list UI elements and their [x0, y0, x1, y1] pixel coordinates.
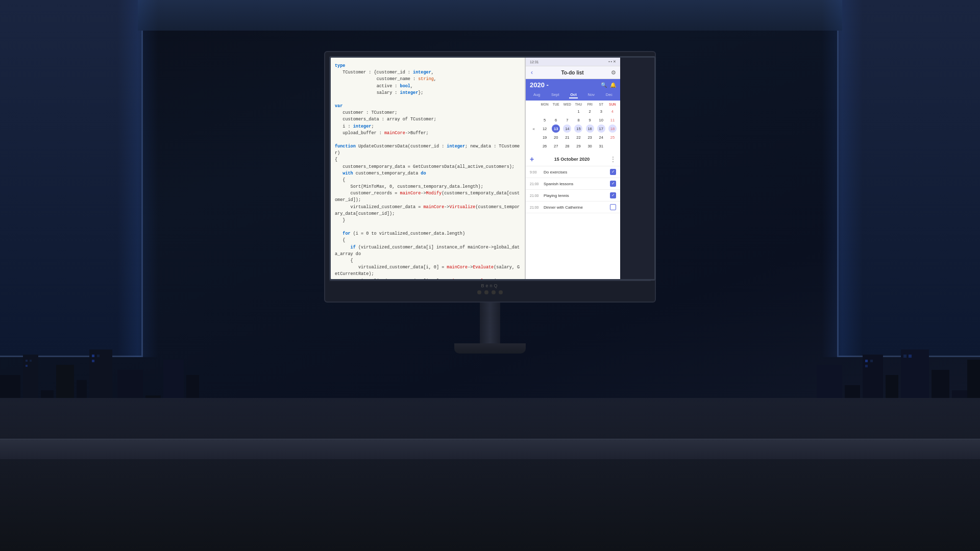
task-4-checkbox[interactable] — [610, 204, 616, 210]
cal-day-23[interactable]: 23 — [586, 133, 594, 141]
todo-title-bar: ‹ To-do list ⚙ — [526, 66, 620, 79]
task-3-checkbox[interactable] — [610, 192, 616, 198]
svg-rect-24 — [865, 360, 868, 362]
svg-rect-10 — [97, 355, 100, 357]
add-task-button[interactable]: + — [530, 155, 534, 163]
bell-icon[interactable]: 🔔 — [610, 82, 616, 88]
cal-day-empty — [563, 107, 571, 115]
cal-day-5[interactable]: 5 — [541, 116, 549, 124]
todo-year: 2020 - — [530, 81, 549, 89]
month-aug[interactable]: Aug — [532, 92, 541, 98]
search-icon[interactable]: 🔍 — [601, 82, 607, 88]
cal-day-13-today[interactable]: 13 — [552, 124, 560, 133]
cal-day-4[interactable]: 4 — [608, 107, 617, 115]
cal-day-21[interactable]: 21 — [563, 133, 571, 141]
svg-rect-6 — [26, 360, 28, 362]
scene: type TCustomer : {customer_id : integer,… — [0, 0, 980, 551]
cal-header-tue: TUE — [550, 103, 561, 106]
svg-rect-9 — [92, 355, 94, 357]
cal-day-14[interactable]: 14 — [563, 124, 571, 133]
settings-gear-icon[interactable]: ⚙ — [611, 69, 616, 76]
svg-rect-27 — [903, 355, 906, 358]
cal-day-8[interactable]: 8 — [574, 116, 582, 124]
todo-system-bar: 12:31 ▪ ▪ ✕ — [526, 58, 620, 66]
cal-day-27[interactable]: 27 — [552, 142, 560, 150]
cal-day-24[interactable]: 24 — [597, 133, 605, 141]
svg-rect-26 — [865, 365, 868, 367]
cal-day-25[interactable]: 25 — [608, 133, 617, 141]
task-item-3: 21:00 Playing tennis — [526, 190, 620, 202]
svg-rect-28 — [909, 355, 912, 358]
task-2-time: 21:00 — [530, 182, 541, 186]
cal-day-31[interactable]: 31 — [597, 142, 605, 150]
monitor-control-2[interactable] — [492, 290, 496, 294]
cal-week-1: 1 2 3 4 — [528, 107, 618, 115]
cal-header-thu: THU — [573, 103, 584, 106]
cal-day-19[interactable]: 19 — [541, 133, 549, 141]
cal-header-sun: SUN — [607, 103, 618, 106]
todo-app: 12:31 ▪ ▪ ✕ ‹ To-do list ⚙ 2020 - 🔍 — [526, 58, 620, 281]
monitor-stand-base — [454, 343, 526, 354]
cal-day-empty — [541, 107, 549, 115]
monitor: type TCustomer : {customer_id : integer,… — [324, 51, 656, 354]
cal-week-indicator: ◄ — [528, 127, 539, 131]
month-oct[interactable]: Oct — [569, 92, 578, 98]
cal-week-5: 26 27 28 29 30 31 — [528, 142, 618, 150]
floor — [0, 398, 980, 551]
cal-day-3[interactable]: 3 — [597, 107, 605, 115]
todo-year-icons: 🔍 🔔 — [601, 82, 616, 88]
task-3-text: Playing tennis — [544, 193, 607, 198]
cal-day-10[interactable]: 10 — [597, 116, 605, 124]
cal-day-2[interactable]: 2 — [586, 107, 594, 115]
monitor-stand-neck — [480, 303, 500, 343]
cal-day-17[interactable]: 17 — [597, 124, 605, 133]
task-1-time: 9:00 — [530, 170, 541, 174]
cal-header-wed: WED — [561, 103, 573, 106]
cal-day-empty — [552, 107, 560, 115]
cal-header-mon: MON — [539, 103, 550, 106]
todo-title: To-do list — [561, 70, 583, 76]
task-1-checkbox[interactable] — [610, 169, 616, 175]
todo-system-icons: ▪ ▪ ✕ — [608, 60, 616, 64]
cal-day-empty-end — [608, 142, 617, 150]
cal-day-15[interactable]: 15 — [574, 124, 582, 133]
selected-date: 15 October 2020 — [554, 157, 590, 162]
monitor-brand-label: BenQ — [329, 283, 651, 288]
cal-header-fri: FRI — [584, 103, 596, 106]
calendar-grid: MON TUE WED THU FRI ST SUN — [526, 101, 620, 153]
task-4-time: 21:00 — [530, 206, 541, 209]
svg-rect-25 — [870, 360, 873, 362]
cal-day-6[interactable]: 6 — [552, 116, 560, 124]
monitor-control-3[interactable] — [499, 290, 503, 294]
window-frame-top — [138, 0, 842, 31]
svg-rect-7 — [30, 360, 32, 362]
cal-day-16[interactable]: 16 — [586, 124, 594, 133]
day-detail: + 15 October 2020 ⋮ 9:00 Do exercises — [526, 153, 620, 281]
month-sept[interactable]: Sept — [550, 92, 560, 98]
cal-day-7[interactable]: 7 — [563, 116, 571, 124]
monitor-bottom-bezel: BenQ — [329, 281, 651, 297]
cal-day-26[interactable]: 26 — [541, 142, 549, 150]
month-nov[interactable]: Nov — [587, 92, 596, 98]
cal-day-1[interactable]: 1 — [574, 107, 582, 115]
cal-day-22[interactable]: 22 — [574, 133, 582, 141]
cal-day-11[interactable]: 11 — [608, 116, 617, 124]
monitor-power-icon[interactable] — [477, 290, 481, 294]
task-2-checkbox[interactable] — [610, 181, 616, 187]
cal-day-20[interactable]: 20 — [552, 133, 560, 141]
cal-day-28[interactable]: 28 — [563, 142, 571, 150]
monitor-control-1[interactable] — [484, 290, 488, 294]
cal-week-4: 19 20 21 22 23 24 25 — [528, 133, 618, 141]
cal-day-29[interactable]: 29 — [574, 142, 582, 150]
cal-day-9[interactable]: 9 — [586, 116, 594, 124]
cal-day-18[interactable]: 18 — [608, 124, 617, 133]
cal-day-12[interactable]: 12 — [541, 124, 549, 133]
desk-surface — [0, 439, 980, 459]
task-1-text: Do exercises — [544, 170, 607, 174]
cal-day-30[interactable]: 30 — [586, 142, 594, 150]
code-editor: type TCustomer : {customer_id : integer,… — [331, 58, 525, 281]
task-item-4: 21:00 Dinner with Catherine — [526, 202, 620, 213]
month-dec[interactable]: Dec — [605, 92, 614, 98]
nav-back-arrow[interactable]: ‹ — [530, 69, 534, 76]
more-options-icon[interactable]: ⋮ — [610, 156, 616, 163]
